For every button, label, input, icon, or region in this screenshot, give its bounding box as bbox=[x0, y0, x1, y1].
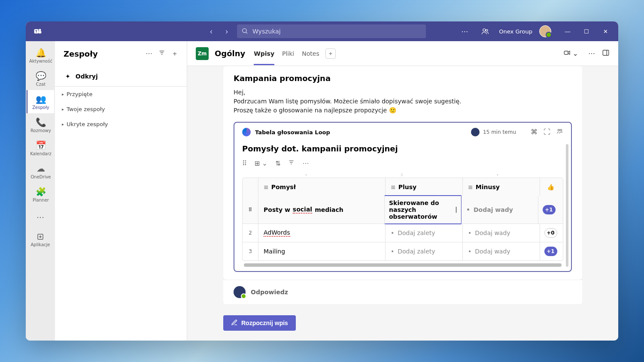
user-avatar[interactable] bbox=[539, 25, 551, 37]
column-resize-handles[interactable]: •⠿• bbox=[242, 173, 563, 178]
minus-cell[interactable]: •Dodaj wady bbox=[462, 242, 540, 260]
loop-heading[interactable]: Pomysły dot. kampanii promocyjnej bbox=[242, 144, 563, 153]
channel-post: Kampania promocyjna Hej, Podrzucam Wam l… bbox=[223, 66, 582, 280]
horizontal-scrollbar[interactable] bbox=[244, 263, 562, 267]
loop-component[interactable]: Tabela głosowania Loop 15 min temu ⌘ ⛶ bbox=[234, 122, 572, 272]
loop-expand-icon[interactable]: ⛶ bbox=[544, 128, 550, 136]
rail-item-zespoły[interactable]: 👥Zespoły bbox=[27, 90, 54, 113]
svg-point-6 bbox=[483, 29, 486, 31]
drag-handle-icon[interactable]: ⠿ bbox=[242, 160, 247, 167]
more-options-icon[interactable]: ⋯ bbox=[458, 24, 471, 38]
rail-item-rozmowy[interactable]: 📞Rozmowy bbox=[27, 113, 54, 136]
window-minimize-button[interactable]: — bbox=[558, 21, 577, 41]
column-header-minus[interactable]: ≡Minusy bbox=[462, 178, 540, 196]
loop-share-icon[interactable] bbox=[556, 128, 563, 136]
rail-item-czat[interactable]: 💬Czat bbox=[27, 67, 54, 90]
search-input[interactable]: Wyszukaj bbox=[237, 24, 426, 38]
channel-tab[interactable]: Pliki bbox=[282, 42, 294, 65]
rail-item-planner[interactable]: 🧩Planner bbox=[27, 183, 54, 206]
table-more-icon[interactable]: ⋯ bbox=[302, 160, 309, 167]
open-panel-icon[interactable] bbox=[602, 49, 610, 58]
rail-item-kalendarz[interactable]: 📅Kalendarz bbox=[27, 136, 54, 160]
rail-label: Planner bbox=[33, 198, 49, 202]
idea-cell[interactable]: Mailing bbox=[258, 242, 385, 260]
channel-tab[interactable]: Notes bbox=[302, 42, 319, 65]
author-avatar bbox=[471, 128, 480, 136]
rail-more-icon[interactable]: ⋯ bbox=[36, 208, 44, 226]
search-icon bbox=[241, 27, 248, 36]
meet-button[interactable]: ⌄ bbox=[560, 47, 581, 60]
table-sort-icon[interactable]: ⇅ bbox=[275, 160, 281, 167]
vote-cell[interactable]: +1 bbox=[540, 242, 561, 260]
rail-icon: 💬 bbox=[36, 71, 46, 81]
camera-icon bbox=[563, 49, 571, 58]
rail-label: Kalendarz bbox=[30, 151, 52, 156]
sidebar-section[interactable]: Twoje zespoły bbox=[55, 102, 187, 117]
people-icon[interactable] bbox=[478, 24, 492, 38]
post-body-line: Hej, bbox=[234, 88, 572, 97]
vote-cell[interactable]: +0 bbox=[540, 224, 561, 242]
rail-item-onedrive[interactable]: ☁OneDrive bbox=[27, 160, 54, 183]
table-filter-icon[interactable] bbox=[288, 159, 295, 167]
nav-forward-button[interactable]: › bbox=[220, 24, 234, 38]
rail-apps-button[interactable]: Aplikacje bbox=[27, 228, 54, 251]
reply-button[interactable]: Odpowiedz bbox=[223, 280, 582, 304]
new-post-button[interactable]: Rozpocznij wpis bbox=[223, 315, 296, 331]
channel-header: Zm Ogólny WpisyPlikiNotes ＋ ⌄ ⋯ bbox=[187, 41, 618, 66]
row-number[interactable]: ⠿ bbox=[243, 196, 258, 223]
rail-label: Zespoły bbox=[32, 105, 49, 110]
sidebar-title: Zespoły bbox=[64, 49, 98, 58]
rail-label: Aktywność bbox=[29, 59, 52, 63]
loop-keyboard-icon[interactable]: ⌘ bbox=[531, 128, 538, 136]
idea-cell[interactable]: Posty w social mediach bbox=[258, 196, 385, 223]
channel-tab[interactable]: Wpisy bbox=[254, 42, 274, 65]
post-title: Kampania promocyjna bbox=[234, 74, 572, 83]
svg-point-18 bbox=[560, 129, 562, 131]
column-header-plus[interactable]: ≡Plusy bbox=[385, 178, 462, 196]
org-name: Onex Group bbox=[499, 28, 532, 35]
column-header-vote[interactable]: 👍 bbox=[540, 178, 561, 196]
apps-icon bbox=[36, 233, 44, 241]
post-body-line: Podrzucam Wam listę pomysłów. Możecie śm… bbox=[234, 97, 572, 106]
svg-point-17 bbox=[558, 129, 559, 131]
minus-cell[interactable]: •Dodaj wady bbox=[462, 224, 540, 242]
svg-point-7 bbox=[486, 30, 488, 32]
table-view-icon[interactable]: ⊞ ⌄ bbox=[255, 160, 267, 167]
minus-cell[interactable]: •Dodaj wady bbox=[461, 196, 538, 223]
sidebar-section[interactable]: Przypięte bbox=[55, 87, 187, 102]
add-tab-button[interactable]: ＋ bbox=[325, 48, 336, 59]
discover-button[interactable]: ✦ Odkryj bbox=[55, 66, 187, 87]
nav-back-button[interactable]: ‹ bbox=[204, 24, 218, 38]
search-placeholder: Wyszukaj bbox=[252, 28, 281, 35]
apps-label: Aplikacje bbox=[31, 242, 50, 247]
rail-label: OneDrive bbox=[30, 175, 51, 179]
window-close-button[interactable]: ✕ bbox=[596, 21, 615, 41]
window-maximize-button[interactable]: ☐ bbox=[577, 21, 596, 41]
main-pane: Zm Ogólny WpisyPlikiNotes ＋ ⌄ ⋯ bbox=[187, 41, 618, 341]
idea-cell[interactable]: AdWords bbox=[258, 224, 385, 242]
channel-name: Ogólny bbox=[215, 49, 245, 58]
rail-icon: 🧩 bbox=[36, 187, 46, 197]
rail-item-aktywność[interactable]: 🔔Aktywność bbox=[27, 44, 54, 67]
sidebar-filter-icon[interactable] bbox=[158, 49, 165, 58]
plus-cell[interactable]: •Dodaj zalety bbox=[385, 224, 462, 242]
channel-more-icon[interactable]: ⋯ bbox=[588, 49, 595, 57]
sidebar-more-icon[interactable]: ⋯ bbox=[146, 49, 152, 58]
voting-table: ≡Pomysł ≡Plusy ≡Minusy 👍 ⠿Posty w social… bbox=[242, 178, 563, 261]
sidebar-add-icon[interactable]: ＋ bbox=[171, 49, 178, 58]
sidebar-section[interactable]: Ukryte zespoły bbox=[55, 117, 187, 132]
rail-icon: 🔔 bbox=[36, 48, 46, 58]
vote-cell[interactable]: +1 bbox=[538, 196, 559, 223]
svg-rect-3 bbox=[39, 31, 42, 33]
loop-scrollbar[interactable] bbox=[566, 144, 568, 267]
row-number[interactable]: 3 bbox=[243, 242, 258, 260]
loop-timestamp: 15 min temu bbox=[483, 129, 516, 135]
column-header-idea[interactable]: ≡Pomysł bbox=[258, 178, 385, 196]
plus-cell[interactable]: •Dodaj zalety bbox=[385, 242, 462, 260]
svg-rect-14 bbox=[564, 51, 568, 54]
row-number[interactable]: 2 bbox=[243, 224, 258, 242]
plus-cell[interactable]: Skierowane do naszych obserwatorów bbox=[384, 195, 462, 224]
discover-icon: ✦ bbox=[65, 73, 70, 80]
rail-icon: 📞 bbox=[36, 117, 46, 127]
chevron-down-icon: ⌄ bbox=[573, 49, 578, 57]
